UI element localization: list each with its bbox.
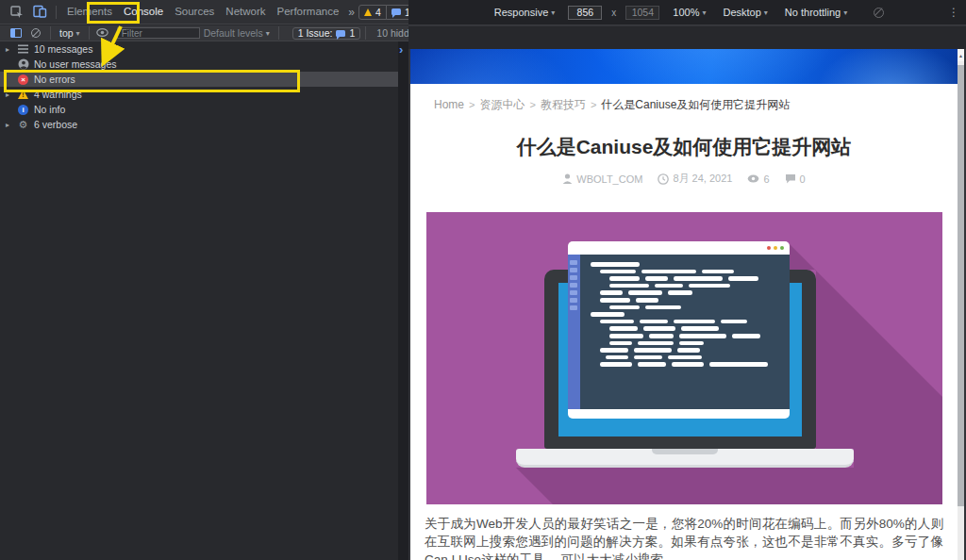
warnings-badge[interactable]: 4 (358, 5, 387, 20)
log-levels-selector[interactable]: Default levels ▾ (204, 27, 270, 39)
scrollbar-thumb[interactable] (958, 65, 964, 506)
console-right-strip: › (398, 41, 408, 560)
device-toolbar-menu-kebab-icon[interactable]: ⋮ (948, 6, 959, 19)
author-name: WBOLT_COM (576, 173, 642, 185)
window-dot-red (767, 246, 771, 250)
divider (278, 26, 279, 40)
responsive-mode-selector[interactable]: Responsive ▾ (494, 7, 556, 18)
featured-image (426, 212, 942, 504)
divider (365, 26, 366, 40)
disclosure-triangle-icon[interactable]: ▸ (6, 91, 16, 99)
site-header-banner (410, 49, 958, 84)
expand-chevron-icon[interactable]: › (399, 42, 403, 57)
chevron-down-icon: ▾ (551, 8, 555, 17)
info-icon: i (17, 104, 29, 116)
window-dot-green (780, 246, 784, 250)
device-toolbar-toggle-icon[interactable] (31, 4, 48, 21)
disclosure-triangle-icon[interactable]: ▸ (6, 121, 16, 129)
comments-meta[interactable]: 0 (785, 173, 806, 185)
sidebar-item-verbose[interactable]: ▸ ⚙ 6 verbose (0, 117, 398, 132)
chevron-down-icon: ▾ (702, 8, 706, 17)
page-viewport: Home>资源中心>教程技巧>什么是Caniuse及如何使用它提升网站 什么是C… (410, 49, 958, 560)
dimension-separator: x (611, 8, 616, 18)
breadcrumb-category-link[interactable]: 资源中心 (479, 98, 525, 111)
context-value: top (59, 27, 74, 39)
article-paragraph: 关于成为Web开发人员的最好笑话之一是，您将20%的时间花在编码上。而另外80%… (425, 515, 943, 560)
issue-badges: 4 1 (358, 5, 416, 20)
more-tabs-icon[interactable]: » (344, 6, 358, 19)
console-filter-input[interactable] (117, 27, 200, 39)
warning-icon (364, 8, 372, 16)
article-meta: WBOLT_COM 8月 24, 2021 6 0 (410, 172, 958, 186)
sidebar-item-messages[interactable]: ▸ 10 messages (0, 41, 398, 57)
comment-icon (785, 173, 796, 184)
message-icon (391, 8, 401, 15)
tab-performance[interactable]: Performance (272, 0, 345, 24)
sidebar-item-warnings[interactable]: ▸ ! 4 warnings (0, 87, 398, 102)
sidebar-item-user-messages[interactable]: No user messages (0, 57, 398, 72)
issue-count: 1 (349, 27, 355, 39)
breadcrumb-separator: > (469, 99, 475, 110)
warnings-icon: ! (17, 89, 29, 101)
clock-icon (658, 173, 669, 185)
code-window-body (568, 255, 790, 409)
issues-counter[interactable]: 1 Issue: 1 (292, 27, 361, 40)
console-sidebar: ▸ 10 messages No user messages × No erro… (0, 41, 398, 132)
errors-icon: × (17, 74, 29, 86)
throttling-value: No throttling (785, 7, 841, 18)
code-window-sidebar (568, 255, 580, 409)
tab-sources[interactable]: Sources (169, 0, 220, 24)
zoom-value: 100% (673, 7, 699, 18)
sidebar-item-info[interactable]: i No info (0, 102, 398, 117)
rotate-viewport-icon[interactable] (874, 8, 884, 18)
messages-list-icon (17, 43, 29, 56)
issue-label: 1 Issue: (298, 27, 333, 39)
tab-elements[interactable]: Elements (61, 0, 118, 24)
breadcrumb-current-page: 什么是Caniuse及如何使用它提升网站 (601, 98, 790, 111)
verbose-gear-icon: ⚙ (17, 119, 29, 131)
viewport-height-input[interactable] (625, 6, 659, 20)
live-expression-eye-icon[interactable] (96, 27, 108, 39)
breadcrumb-separator: > (591, 99, 596, 110)
author-icon (562, 173, 573, 184)
console-sidebar-toggle-icon[interactable] (10, 28, 22, 38)
article-title: 什么是Caniuse及如何使用它提升网站 (410, 134, 958, 160)
code-window-titlebar (568, 241, 790, 255)
author-meta[interactable]: WBOLT_COM (562, 173, 642, 185)
throttling-selector[interactable]: No throttling ▾ (785, 7, 847, 18)
zoom-selector[interactable]: 100% ▾ (673, 7, 706, 18)
divider (56, 6, 57, 19)
scrollbar-up-arrow[interactable]: ▲ (958, 49, 964, 61)
viewport-width-input[interactable] (568, 6, 602, 20)
code-window-statusbar (568, 409, 790, 419)
breadcrumb-home-link[interactable]: Home (434, 98, 464, 111)
chevron-down-icon: ▾ (843, 8, 847, 17)
sidebar-item-label: No user messages (34, 58, 117, 70)
sidebar-item-label: No info (34, 104, 65, 115)
sidebar-item-errors[interactable]: × No errors (0, 72, 398, 87)
user-messages-icon (17, 58, 29, 71)
clear-console-icon[interactable] (31, 28, 41, 38)
devtools-tabbar: Elements Console Sources Network Perform… (0, 0, 408, 25)
inspect-element-icon[interactable] (8, 4, 25, 21)
disclosure-triangle-icon[interactable]: ▸ (6, 45, 16, 54)
divider (89, 26, 90, 40)
console-toolbar: top ▾ Default levels ▾ 1 Issue: 1 10 hid… (0, 25, 408, 41)
warnings-count: 4 (375, 7, 381, 18)
tab-console[interactable]: Console (118, 0, 169, 24)
context-selector[interactable]: top ▾ (59, 27, 80, 39)
devtools-panel: Elements Console Sources Network Perform… (0, 0, 408, 560)
levels-value: Default levels (204, 27, 263, 39)
sidebar-item-label: 6 verbose (34, 119, 77, 130)
breadcrumb-subcategory-link[interactable]: 教程技巧 (541, 98, 586, 111)
tab-network[interactable]: Network (220, 0, 271, 24)
divider (50, 26, 51, 40)
sidebar-item-label: 4 warnings (34, 89, 82, 100)
comments-count: 0 (800, 173, 806, 185)
issue-message-icon (336, 30, 345, 37)
chevron-down-icon: ▾ (764, 8, 768, 17)
window-dot-yellow (774, 246, 777, 250)
device-type-selector[interactable]: Desktop ▾ (723, 7, 767, 18)
page-scrollbar[interactable]: ▲ (958, 49, 964, 560)
sidebar-item-label: 10 messages (34, 43, 92, 55)
